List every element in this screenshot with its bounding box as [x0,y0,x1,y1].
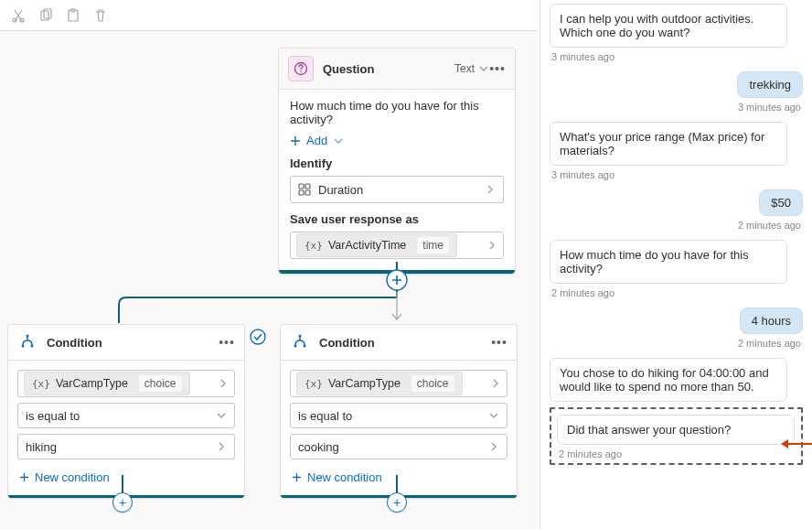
chevron-right-icon [486,240,497,251]
timestamp: 2 minutes ago [559,448,796,459]
condition-variable-field[interactable]: {x} VarCampType choice [17,370,235,397]
entity-icon [298,183,311,196]
add-node-button[interactable]: + [387,492,407,513]
timestamp: 3 minutes ago [551,169,803,180]
plus-icon [19,472,29,482]
identify-entity-field[interactable]: Duration [290,176,504,203]
bot-message: You chose to do hiking for 04:00:00 and … [550,358,787,402]
operator-select[interactable]: is equal to [290,403,508,428]
new-condition-label: New condition [35,470,110,484]
svg-rect-11 [305,190,310,195]
chevron-right-icon [488,441,499,452]
condition-title: Condition [47,336,219,350]
add-node-button[interactable]: + [112,492,133,513]
question-title: Question [323,62,454,76]
timestamp: 3 minutes ago [551,51,803,62]
condition-more-menu[interactable]: ••• [219,335,235,350]
question-type-label[interactable]: Text [454,62,475,75]
branch-icon [290,332,310,352]
condition-variable-type: choice [411,375,454,392]
timestamp: 2 minutes ago [738,338,801,349]
operator-value: is equal to [298,409,352,423]
timestamp: 2 minutes ago [551,287,803,298]
chevron-right-icon [485,184,496,195]
svg-point-13 [22,345,25,348]
add-prompt-button[interactable]: Add [290,134,504,147]
condition-variable-name: VarCampType [56,377,128,390]
condition-variable-name: VarCampType [328,377,401,390]
svg-rect-10 [299,190,304,195]
svg-point-7 [300,71,302,73]
chevron-down-icon [333,135,344,146]
bot-message: I can help you with outdoor activities. … [550,4,787,48]
condition-variable-field[interactable]: {x} VarCampType choice [290,370,508,397]
validation-check-icon [249,328,267,346]
svg-point-17 [294,345,297,348]
variable-name: VarActivityTime [328,239,406,252]
paste-icon[interactable] [66,8,80,23]
condition-header: Condition ••• [8,325,244,361]
variable-field[interactable]: {x} VarActivityTime time [290,232,504,259]
bot-message: Did that answer your question? [557,415,795,445]
variable-brace-icon: {x} [32,378,50,390]
chevron-right-icon [216,441,227,452]
svg-point-18 [304,345,306,348]
chevron-right-icon [218,378,229,389]
identify-value: Duration [318,183,363,197]
question-prompt-text[interactable]: How much time do you have for this activ… [290,99,504,126]
canvas-toolbar [0,0,538,31]
variable-brace-icon: {x} [304,378,323,390]
identify-label: Identify [290,157,504,170]
chevron-down-icon [216,410,227,421]
question-node[interactable]: Question Text ••• How much time do you h… [278,48,516,275]
new-condition-label: New condition [307,470,382,484]
timestamp: 2 minutes ago [738,220,801,231]
copy-icon[interactable] [38,8,53,23]
authoring-canvas[interactable]: Question Text ••• How much time do you h… [0,0,538,529]
user-message: 4 hours [740,308,803,334]
condition-value: hiking [26,440,57,454]
delete-icon[interactable] [93,8,108,23]
value-select[interactable]: hiking [17,434,235,459]
highlighted-turn: Did that answer your question? 2 minutes… [550,407,803,465]
user-message: trekking [737,71,803,98]
variable-brace-icon: {x} [304,240,323,252]
question-icon [288,56,314,81]
bot-message: How much time do you have for this activ… [550,240,787,284]
variable-pill: {x} VarActivityTime time [296,233,457,257]
svg-point-14 [31,345,34,348]
condition-title: Condition [319,336,491,350]
variable-type: time [417,237,449,254]
value-select[interactable]: cooking [290,434,508,459]
svg-rect-9 [305,184,310,189]
svg-point-15 [27,335,29,338]
chevron-down-icon [488,410,499,421]
condition-header: Condition ••• [281,325,517,361]
svg-rect-8 [299,184,304,189]
condition-more-menu[interactable]: ••• [491,335,508,350]
plus-icon [292,472,302,482]
operator-value: is equal to [26,409,80,423]
test-chat-panel: I can help you with outdoor activities. … [540,0,812,529]
condition-value: cooking [298,440,339,454]
svg-point-16 [251,329,265,344]
chevron-down-icon[interactable] [478,63,489,74]
question-header: Question Text ••• [279,49,515,90]
timestamp: 3 minutes ago [738,102,801,113]
condition-variable-type: choice [139,375,182,392]
svg-point-19 [299,335,302,338]
cut-icon[interactable] [11,8,26,23]
annotation-arrow-icon [779,437,812,450]
question-more-menu[interactable]: ••• [489,61,506,76]
operator-select[interactable]: is equal to [17,403,235,428]
save-response-label: Save user response as [290,212,504,226]
branch-icon [17,332,37,352]
user-message: $50 [759,189,803,216]
chevron-right-icon [490,378,501,389]
add-label: Add [306,134,327,147]
bot-message: What's your price range (Max price) for … [550,122,787,166]
plus-icon [290,135,301,146]
